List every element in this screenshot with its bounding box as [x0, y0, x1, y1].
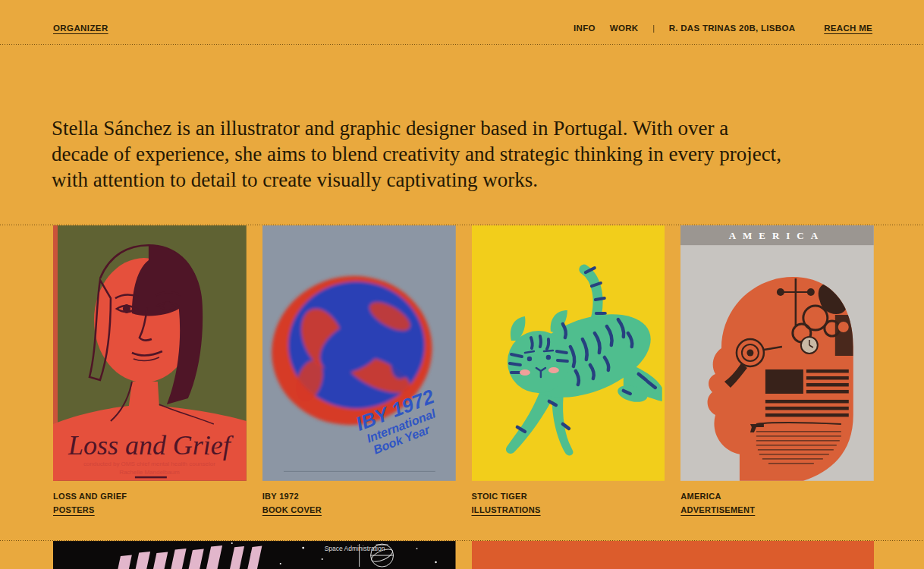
stoic-tiger-illustration — [472, 225, 665, 481]
loss-and-grief-poster: Loss and Grief conducted by OMS chief me… — [53, 225, 247, 481]
intro-paragraph: Stella Sánchez is an illustrator and gra… — [52, 115, 894, 193]
project-category-link[interactable]: BOOK COVER — [262, 505, 322, 516]
project-card-orange[interactable] — [472, 541, 875, 569]
project-card-iby-1972[interactable]: IBY 1972 International Book Year IBY 197… — [262, 225, 456, 516]
page-root: ORGANIZER INFO WORK | R. DAS TRINAS 20B,… — [0, 0, 924, 569]
project-title: IBY 1972 — [262, 491, 456, 502]
nav-item-info[interactable]: INFO — [574, 24, 596, 33]
loss-and-grief-credit-2: Rachelle Mandelbaum — [119, 469, 180, 476]
project-caption: AMERICA ADVERTISEMENT — [680, 491, 874, 516]
project-caption: LOSS AND GRIEF POSTERS — [53, 491, 247, 516]
project-title: STOIC TIGER — [472, 491, 665, 502]
loss-and-grief-title-text: Loss and Grief — [68, 430, 234, 461]
project-caption: STOIC TIGER ILLUSTRATIONS — [472, 491, 665, 516]
intro-line-3: with attention to detail to create visua… — [52, 167, 894, 193]
project-card-loss-and-grief[interactable]: Loss and Grief conducted by OMS chief me… — [53, 225, 247, 516]
reach-me-link[interactable]: REACH ME — [824, 24, 872, 33]
project-thumbnail-iby-1972[interactable]: IBY 1972 International Book Year — [262, 225, 456, 481]
separator-header — [0, 44, 924, 45]
nav-item-work[interactable]: WORK — [610, 24, 639, 33]
project-category-link[interactable]: ADVERTISEMENT — [680, 505, 755, 516]
america-poster: AMERICA — [680, 225, 874, 481]
project-thumbnail-stoic-tiger[interactable] — [472, 225, 665, 481]
project-grid: Loss and Grief conducted by OMS chief me… — [53, 225, 874, 516]
intro-line-1: Stella Sánchez is an illustrator and gra… — [52, 115, 894, 141]
project-title: LOSS AND GRIEF — [53, 491, 247, 502]
america-banner-text: AMERICA — [729, 230, 825, 241]
project-title: AMERICA — [680, 491, 874, 502]
project-card-space[interactable]: Space Administration — [53, 541, 456, 569]
project-category-link[interactable]: POSTERS — [53, 505, 95, 516]
project-thumbnail-loss-and-grief[interactable]: Loss and Grief conducted by OMS chief me… — [53, 225, 247, 481]
project-card-stoic-tiger[interactable]: STOIC TIGER ILLUSTRATIONS — [472, 225, 665, 516]
site-header: ORGANIZER INFO WORK | R. DAS TRINAS 20B,… — [0, 0, 924, 44]
intro-line-2: decade of experience, she aims to blend … — [52, 141, 894, 167]
nav-divider: | — [652, 24, 655, 33]
project-thumbnail-america[interactable]: AMERICA — [680, 225, 874, 481]
space-poster: Space Administration — [53, 541, 456, 569]
studio-address: R. DAS TRINAS 20B, LISBOA — [669, 24, 796, 33]
project-grid-row-2: Space Administration — [53, 541, 874, 569]
project-card-america[interactable]: AMERICA — [680, 225, 874, 516]
project-caption: IBY 1972 BOOK COVER — [262, 491, 456, 516]
iby-1972-poster: IBY 1972 International Book Year — [262, 225, 456, 481]
header-nav: INFO WORK | R. DAS TRINAS 20B, LISBOA RE… — [574, 24, 872, 33]
project-category-link[interactable]: ILLUSTRATIONS — [472, 505, 541, 516]
loss-and-grief-credit-1: conducted by OMS chief mental health cou… — [83, 461, 215, 467]
logo-link[interactable]: ORGANIZER — [53, 24, 108, 33]
